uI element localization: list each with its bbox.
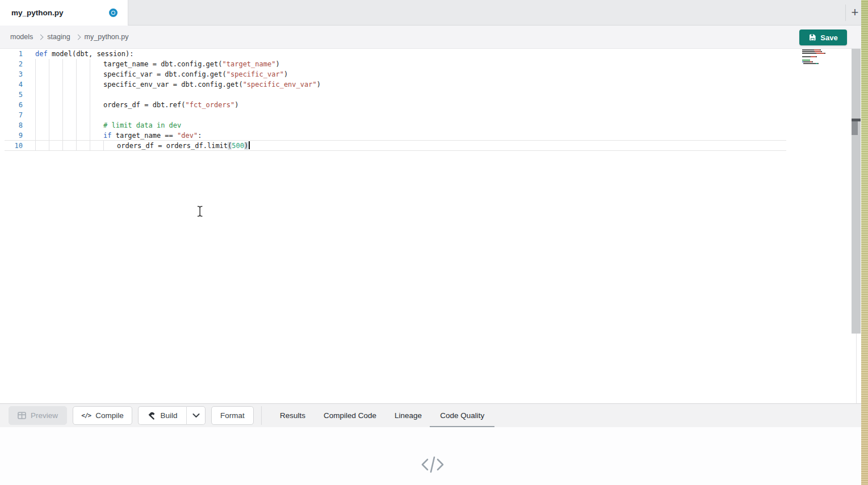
scrollbar-track[interactable] <box>852 49 861 334</box>
line-number: 9 <box>0 130 23 141</box>
dbt-cloud-ide: my_python.py + models staging my_python.… <box>0 0 868 485</box>
code-line-3[interactable]: 3specific_var = dbt.config.get("specific… <box>0 69 795 79</box>
scrollbar-thumb[interactable] <box>852 121 858 135</box>
breadcrumb-file[interactable]: my_python.py <box>85 33 129 41</box>
code-token: # limit data in dev <box>103 121 181 129</box>
indent-guide <box>62 110 76 120</box>
file-tab-my-python[interactable]: my_python.py <box>0 0 128 26</box>
build-options-dropdown[interactable] <box>186 406 206 425</box>
panel-tab-results[interactable]: Results <box>280 404 305 428</box>
indent-guide <box>62 141 76 151</box>
code-line-10[interactable]: 10orders_df = orders_df.limit(500) <box>0 141 795 151</box>
indent-guide <box>90 90 103 100</box>
line-number: 2 <box>0 59 23 69</box>
indent-guide <box>49 120 62 130</box>
code-token: if <box>103 132 111 140</box>
indent-guide <box>49 69 62 79</box>
code-line-9[interactable]: 9if target_name == "dev": <box>0 130 795 141</box>
save-button[interactable]: Save <box>799 29 847 45</box>
code-token: "fct_orders" <box>186 101 235 109</box>
indent-guide <box>35 59 49 69</box>
indent-guide <box>49 59 62 69</box>
indent-guide <box>35 69 49 79</box>
indent-guide <box>103 141 117 151</box>
line-number: 8 <box>0 120 23 130</box>
toolbar-divider <box>261 406 262 425</box>
code-line-1[interactable]: 1def model(dbt, session): <box>0 49 795 59</box>
minimap-line <box>795 49 829 50</box>
ibeam-mouse-cursor-icon <box>196 205 204 220</box>
indent-guide <box>76 141 90 151</box>
code-token: ) <box>234 101 238 109</box>
indent-guide <box>90 130 103 141</box>
code-token: "target_name" <box>223 60 276 68</box>
code-editor[interactable]: 1def model(dbt, session):2target_name = … <box>0 49 861 403</box>
panel-tab-code-quality[interactable]: Code Quality <box>440 404 484 428</box>
minimap-line <box>795 60 829 61</box>
code-line-8[interactable]: 8# limit data in dev <box>0 120 795 130</box>
code-line-7[interactable]: 7 <box>0 110 795 120</box>
preview-button[interactable]: Preview <box>9 406 67 425</box>
code-token: "specific_var" <box>227 70 284 78</box>
indent-guide <box>62 59 76 69</box>
code-token: orders_df = orders_df.limit <box>117 142 228 150</box>
line-number: 7 <box>0 110 23 120</box>
build-split-button: Build <box>138 406 206 425</box>
chevron-right-icon <box>75 34 81 40</box>
breadcrumb-bar: models staging my_python.py Save <box>0 26 861 49</box>
code-token: ) <box>244 142 248 150</box>
build-button[interactable]: Build <box>138 406 186 425</box>
code-line-4[interactable]: 4specific_env_var = dbt.config.get("spec… <box>0 79 795 90</box>
compile-button[interactable]: </> Compile <box>73 406 132 425</box>
text-caret <box>249 141 250 149</box>
code-slash-icon <box>420 455 445 476</box>
indent-guide <box>62 90 76 100</box>
indent-guide <box>76 130 90 141</box>
indent-guide <box>76 90 90 100</box>
chevron-right-icon <box>38 34 44 40</box>
code-token: def <box>35 50 48 58</box>
indent-guide <box>90 100 103 110</box>
indent-guide <box>49 100 62 110</box>
indent-guide <box>49 90 62 100</box>
minimap-line <box>795 54 829 56</box>
unsaved-changes-dot-icon <box>109 9 118 17</box>
indent-guide <box>90 120 103 130</box>
indent-guide <box>76 120 90 130</box>
line-number: 1 <box>0 49 23 59</box>
code-area[interactable]: 1def model(dbt, session):2target_name = … <box>0 49 795 151</box>
code-token: target_name = dbt.config.get( <box>103 60 223 68</box>
code-line-2[interactable]: 2target_name = dbt.config.get("target_na… <box>0 59 795 69</box>
minimap-line <box>795 56 829 57</box>
editor-minimap[interactable] <box>795 49 829 67</box>
code-token: "specific_env_var" <box>243 81 317 88</box>
indent-guide <box>76 110 90 120</box>
indent-guide <box>49 79 62 90</box>
format-button[interactable]: Format <box>211 406 254 425</box>
compile-label: Compile <box>95 411 124 420</box>
result-panel-tabs: ResultsCompiled CodeLineageCode Quality <box>280 404 484 428</box>
indent-guide <box>35 141 49 151</box>
code-line-6[interactable]: 6orders_df = dbt.ref("fct_orders") <box>0 100 795 110</box>
indent-guide <box>62 120 76 130</box>
indent-guide <box>49 141 62 151</box>
code-line-5[interactable]: 5 <box>0 90 795 100</box>
line-number: 10 <box>0 141 23 151</box>
indent-guide <box>90 69 103 79</box>
breadcrumb-models[interactable]: models <box>10 33 33 41</box>
code-token: 500 <box>232 142 244 150</box>
new-tab-button[interactable]: + <box>847 3 863 22</box>
indent-guide <box>62 69 76 79</box>
file-tab-label: my_python.py <box>11 9 64 17</box>
minimap-line <box>795 61 829 62</box>
build-label: Build <box>160 411 177 420</box>
panel-tab-lineage[interactable]: Lineage <box>395 404 422 428</box>
results-panel-empty <box>0 427 868 485</box>
indent-guide <box>90 79 103 90</box>
indent-guide <box>76 100 90 110</box>
panel-tab-compiled-code[interactable]: Compiled Code <box>324 404 376 428</box>
breadcrumb-staging[interactable]: staging <box>47 33 70 41</box>
minimap-line <box>795 58 829 59</box>
indent-guide <box>76 69 90 79</box>
code-token: ) <box>317 81 321 88</box>
